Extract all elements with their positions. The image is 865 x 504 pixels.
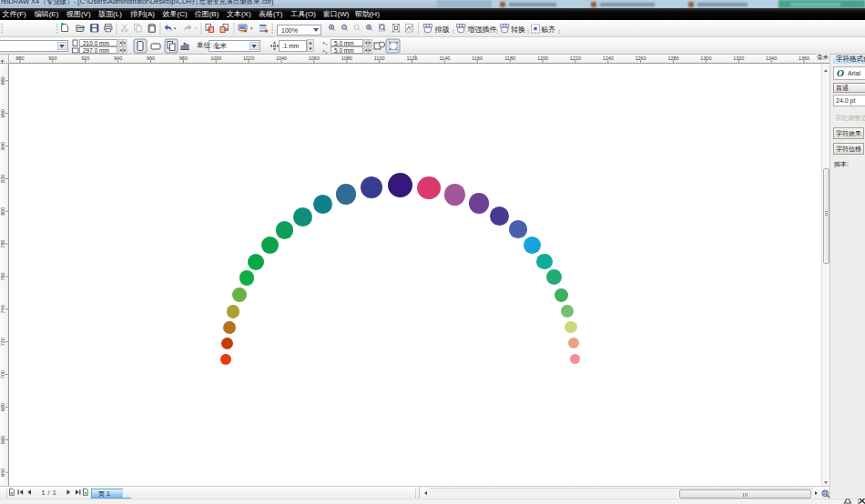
svg-text:900: 900 (48, 55, 56, 61)
svg-text:1300: 1300 (700, 55, 711, 61)
svg-text:760: 760 (1, 272, 6, 280)
svg-text:1040: 1040 (276, 55, 287, 61)
svg-text:1260: 1260 (635, 55, 646, 61)
svg-text:800: 800 (1, 207, 6, 216)
svg-text:1140: 1140 (439, 55, 450, 61)
svg-text:1340: 1340 (766, 55, 777, 61)
svg-text:1180: 1180 (504, 55, 515, 61)
svg-text:720: 720 (1, 338, 6, 346)
svg-text:1020: 1020 (243, 55, 254, 61)
svg-text:1000: 1000 (210, 55, 221, 61)
svg-text:840: 840 (1, 142, 6, 150)
svg-text:880: 880 (1, 76, 6, 85)
svg-text:940: 940 (114, 55, 122, 61)
svg-text:1240: 1240 (603, 55, 614, 61)
svg-text:880: 880 (15, 55, 24, 61)
svg-text:⌖x: ⌖x (322, 40, 327, 46)
svg-text:980: 980 (179, 55, 188, 61)
svg-text:1220: 1220 (570, 55, 581, 61)
svg-text:1200: 1200 (537, 55, 548, 61)
svg-text:700: 700 (1, 370, 6, 378)
svg-text:640: 640 (1, 469, 6, 477)
svg-text:1080: 1080 (341, 55, 352, 61)
svg-text:740: 740 (1, 305, 6, 313)
svg-text:660: 660 (1, 436, 6, 444)
svg-text:⌖y: ⌖y (322, 48, 327, 55)
svg-text:1160: 1160 (472, 55, 483, 61)
svg-text:1320: 1320 (733, 55, 744, 61)
svg-text:860: 860 (1, 109, 6, 117)
svg-text:1100: 1100 (374, 55, 385, 61)
svg-text:680: 680 (1, 403, 6, 411)
svg-text:920: 920 (81, 55, 89, 61)
svg-text:820: 820 (1, 175, 6, 183)
svg-text:1060: 1060 (309, 55, 320, 61)
svg-text:960: 960 (147, 55, 155, 61)
svg-text:780: 780 (1, 239, 6, 247)
svg-text:1280: 1280 (667, 55, 678, 61)
svg-text:1360: 1360 (799, 55, 809, 61)
